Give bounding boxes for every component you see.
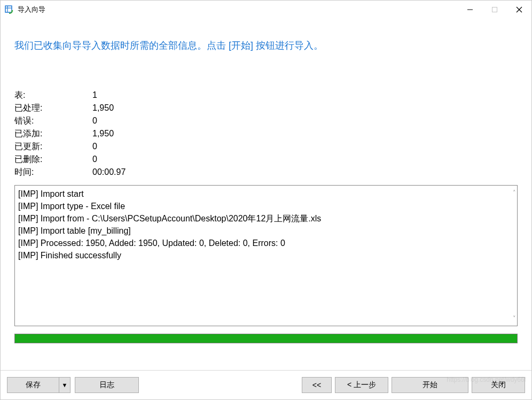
first-button[interactable]: << — [302, 377, 332, 393]
content-area: 我们已收集向导导入数据时所需的全部信息。点击 [开始] 按钮进行导入。 表: 1… — [1, 19, 531, 370]
maximize-button[interactable] — [482, 1, 507, 19]
window-controls — [458, 1, 531, 19]
stat-label: 时间: — [14, 166, 92, 179]
stat-added: 已添加: 1,950 — [14, 127, 518, 140]
svg-rect-0 — [5, 6, 12, 12]
stat-value: 0 — [92, 153, 97, 166]
stat-updated: 已更新: 0 — [14, 140, 518, 153]
log-line: [IMP] Import from - C:\Users\PCSetupAcco… — [18, 212, 514, 225]
stat-label: 错误: — [14, 114, 92, 127]
stat-errors: 错误: 0 — [14, 114, 518, 127]
button-bar: 保存 ▼ 日志 << < 上一步 开始 关闭 — [1, 370, 531, 399]
stat-label: 已处理: — [14, 102, 92, 114]
log-output[interactable]: [IMP] Import start[IMP] Import type - Ex… — [14, 185, 518, 326]
log-line: [IMP] Import type - Excel file — [18, 200, 514, 212]
save-button[interactable]: 保存 — [7, 377, 59, 393]
instruction-text: 我们已收集向导导入数据时所需的全部信息。点击 [开始] 按钮进行导入。 — [14, 39, 518, 52]
stat-value: 1 — [92, 89, 97, 102]
log-line: [IMP] Finished successfully — [18, 249, 514, 261]
close-button[interactable]: 关闭 — [472, 377, 525, 393]
window-title: 导入向导 — [18, 5, 45, 14]
stat-label: 已删除: — [14, 153, 92, 166]
scroll-down-icon[interactable]: ˅ — [513, 312, 516, 325]
stat-value: 00:00.97 — [92, 166, 126, 179]
stat-value: 1,950 — [92, 102, 114, 114]
log-line: [IMP] Import start — [18, 188, 514, 200]
import-wizard-icon — [5, 5, 14, 14]
scroll-up-icon[interactable]: ˄ — [513, 187, 516, 199]
stat-value: 0 — [92, 140, 97, 153]
prev-button[interactable]: < 上一步 — [335, 377, 388, 393]
minimize-button[interactable] — [458, 1, 482, 19]
stat-deleted: 已删除: 0 — [14, 153, 518, 166]
save-dropdown-button[interactable]: ▼ — [59, 377, 71, 393]
stat-processed: 已处理: 1,950 — [14, 102, 518, 114]
log-line: [IMP] Import table [my_billing] — [18, 225, 514, 237]
progress-bar — [14, 334, 518, 343]
stat-label: 已更新: — [14, 140, 92, 153]
log-button[interactable]: 日志 — [75, 377, 139, 393]
stat-value: 0 — [92, 114, 97, 127]
title-bar: 导入向导 — [1, 1, 531, 19]
close-window-button[interactable] — [507, 1, 531, 19]
log-line: [IMP] Processed: 1950, Added: 1950, Upda… — [18, 237, 514, 249]
stat-label: 表: — [14, 89, 92, 102]
stat-tables: 表: 1 — [14, 89, 518, 102]
start-button[interactable]: 开始 — [392, 377, 468, 393]
stats-panel: 表: 1 已处理: 1,950 错误: 0 已添加: 1,950 已更新: 0 … — [14, 89, 518, 179]
stat-value: 1,950 — [92, 127, 114, 140]
stat-label: 已添加: — [14, 127, 92, 140]
stat-time: 时间: 00:00.97 — [14, 166, 518, 179]
svg-rect-5 — [492, 7, 497, 12]
